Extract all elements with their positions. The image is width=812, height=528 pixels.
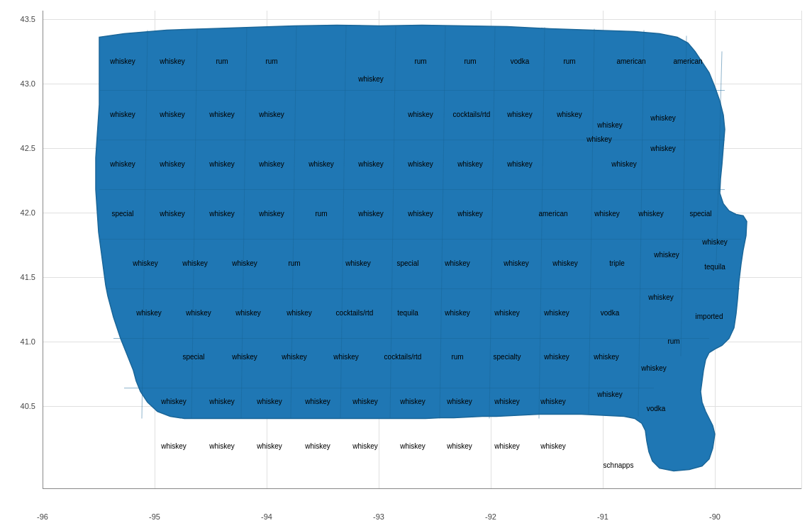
- x-label-90: -90: [709, 512, 721, 521]
- x-label-92: -92: [485, 512, 496, 521]
- svg-text:whiskey: whiskey: [256, 442, 282, 450]
- y-label-425: 42.5: [0, 144, 35, 152]
- svg-text:schnapps: schnapps: [604, 461, 634, 469]
- y-label-405: 40.5: [0, 402, 35, 410]
- svg-text:whiskey: whiskey: [446, 442, 472, 450]
- x-label-93: -93: [373, 512, 384, 521]
- y-label-420: 42.0: [0, 208, 35, 217]
- y-label-430: 43.0: [0, 79, 35, 88]
- svg-text:whiskey: whiskey: [352, 442, 378, 450]
- map-area: whiskey whiskey rum rum whiskey rum rum …: [43, 11, 801, 489]
- x-label-94: -94: [261, 512, 272, 521]
- y-label-410: 41.0: [0, 337, 35, 346]
- svg-text:whiskey: whiskey: [540, 442, 566, 450]
- y-label-435: 43.5: [0, 15, 35, 23]
- x-label-96: -96: [37, 512, 48, 521]
- svg-text:whiskey: whiskey: [208, 442, 235, 450]
- svg-text:whiskey: whiskey: [494, 442, 520, 450]
- chart-container: 43.5 43.0 42.5 42.0 41.5 41.0 40.5 -96 -…: [0, 0, 812, 528]
- svg-text:whiskey: whiskey: [160, 442, 187, 450]
- svg-text:whiskey: whiskey: [399, 442, 426, 450]
- x-label-91: -91: [597, 512, 608, 521]
- x-label-95: -95: [149, 512, 160, 521]
- svg-text:whiskey: whiskey: [304, 442, 330, 450]
- y-label-415: 41.5: [0, 273, 35, 281]
